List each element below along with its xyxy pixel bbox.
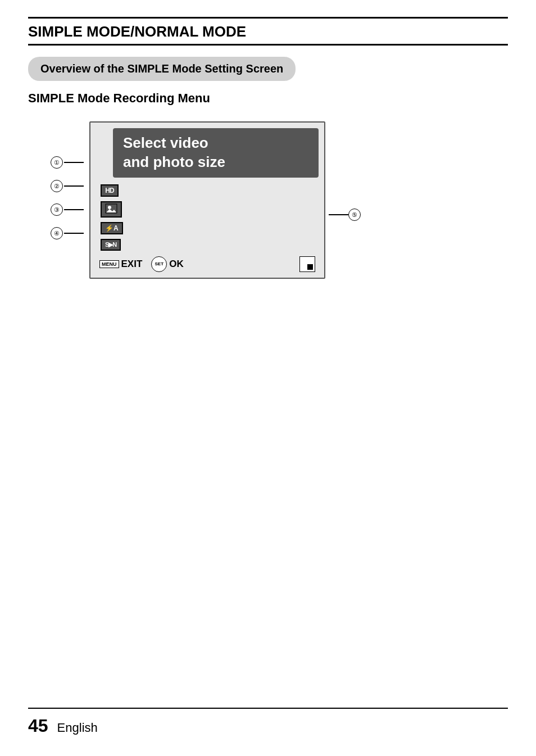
callout-line-3 [64, 209, 84, 210]
callout-4: ④ [51, 227, 84, 239]
menu-row-scene [101, 201, 319, 218]
page-container: SIMPLE MODE/NORMAL MODE Overview of the … [0, 0, 536, 756]
corner-indicator-area [299, 256, 315, 272]
callout-circle-5: ⑤ [348, 209, 361, 221]
ok-label: OK [169, 259, 184, 270]
exit-label: EXIT [121, 259, 143, 270]
callout-circle-2: ② [51, 180, 63, 192]
screen-box: Select video and photo size HD ⚡A [89, 121, 325, 279]
scene-svg [105, 203, 117, 214]
callout-line-2 [64, 185, 84, 187]
callout-3: ③ [51, 203, 84, 216]
svg-point-1 [108, 206, 111, 209]
exit-btn: MENU EXIT [99, 259, 142, 270]
page-number: 45 [28, 716, 48, 736]
page-footer: 45 English [28, 708, 508, 736]
sn-icon: S▶N [101, 239, 121, 251]
overview-bar: Overview of the SIMPLE Mode Setting Scre… [28, 57, 296, 81]
callout-circle-4: ④ [51, 227, 63, 239]
callout-labels-left: ① ② ③ ④ [51, 156, 84, 247]
callout-line-4 [64, 233, 84, 234]
hd-icon: HD [101, 184, 119, 197]
section-title: SIMPLE MODE/NORMAL MODE [28, 23, 508, 40]
recording-menu-title: SIMPLE Mode Recording Menu [28, 91, 508, 106]
footer-left: MENU EXIT SET OK [99, 256, 184, 272]
screen-footer: MENU EXIT SET OK [96, 256, 319, 272]
menu-row-flash: ⚡A [101, 222, 319, 234]
screen-header: Select video and photo size [113, 128, 319, 178]
callout-1: ① [51, 156, 84, 169]
menu-icon: MENU [99, 260, 119, 268]
screen-header-text: Select video and photo size [123, 134, 308, 172]
title-bottom-border [28, 44, 508, 46]
page-language: English [57, 721, 98, 735]
diagram-area: ① ② ③ ④ Select video and photo [51, 121, 508, 279]
ok-btn: SET OK [151, 256, 184, 272]
menu-row-sn: S▶N [101, 239, 319, 251]
callout-line-1 [64, 162, 84, 163]
callout-circle-1: ① [51, 156, 63, 169]
set-icon: SET [151, 256, 167, 272]
callout-5-area: ⑤ [329, 209, 361, 221]
menu-row-hd: HD [101, 184, 319, 197]
flash-icon: ⚡A [101, 222, 123, 234]
callout-line-5 [329, 214, 348, 215]
corner-indicator [299, 256, 315, 272]
top-border [28, 17, 508, 19]
scene-icon [101, 201, 122, 218]
callout-circle-3: ③ [51, 203, 63, 216]
callout-2: ② [51, 180, 84, 192]
